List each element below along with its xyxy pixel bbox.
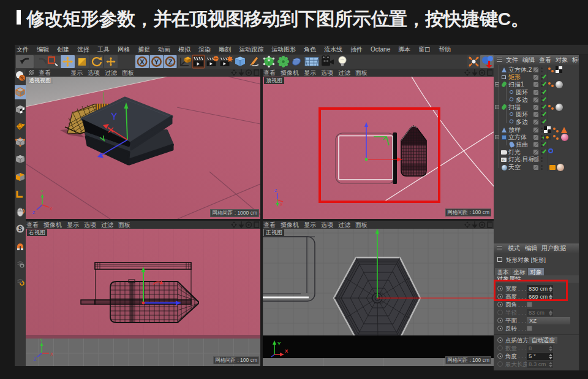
- svg-text:Z: Z: [32, 210, 36, 215]
- svg-text:X: X: [50, 352, 53, 356]
- svg-text:Z: Z: [168, 58, 173, 66]
- svg-text:X: X: [285, 348, 288, 354]
- svg-text:Y: Y: [154, 58, 159, 66]
- svg-text:Y: Y: [277, 341, 281, 346]
- svg-text:Y: Y: [40, 338, 43, 342]
- svg-text:Z: Z: [274, 188, 277, 193]
- svg-text:Y: Y: [40, 190, 43, 194]
- svg-text:X: X: [140, 58, 145, 66]
- svg-text:X: X: [280, 202, 283, 207]
- svg-text:X: X: [50, 207, 53, 211]
- svg-text:Z: Z: [34, 357, 37, 361]
- svg-text:S: S: [18, 226, 23, 232]
